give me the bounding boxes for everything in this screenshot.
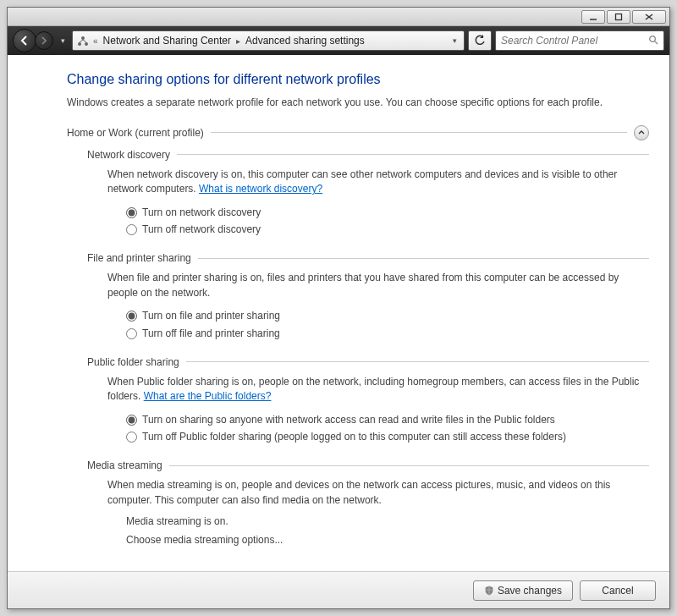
section-description: When network discovery is on, this compu… [107, 168, 617, 195]
radio-label: Turn on network discovery [142, 206, 261, 220]
footer: Save changes Cancel [8, 571, 669, 608]
window: ▾ « Network and Sharing Center ▸ Advance… [7, 7, 670, 609]
shield-icon [484, 586, 494, 596]
cancel-button[interactable]: Cancel [580, 580, 656, 601]
radio-input[interactable] [126, 311, 137, 322]
navbar: ▾ « Network and Sharing Center ▸ Advance… [8, 26, 669, 55]
svg-point-6 [85, 42, 88, 46]
section-title: Network discovery [87, 149, 170, 161]
titlebar [8, 8, 669, 26]
radio-label: Turn on file and printer sharing [142, 309, 280, 323]
section-title: Media streaming [87, 459, 162, 471]
svg-point-5 [78, 42, 81, 46]
divider [211, 132, 627, 133]
radio-input[interactable] [126, 432, 137, 443]
divider [177, 154, 649, 155]
section-title: File and printer sharing [87, 252, 191, 264]
radio-label: Turn off Public folder sharing (people l… [142, 430, 566, 444]
refresh-button[interactable] [468, 30, 492, 51]
back-button[interactable] [13, 29, 36, 52]
media-streaming-status: Media streaming is on. [126, 514, 649, 529]
minimize-button[interactable] [581, 10, 605, 24]
divider [186, 361, 649, 362]
profile-label: Home or Work (current profile) [67, 127, 204, 139]
section-media-streaming: Media streaming When media streaming is … [87, 459, 649, 547]
content-scroll[interactable]: Change sharing options for different net… [8, 55, 669, 571]
network-icon [76, 34, 90, 47]
svg-rect-1 [616, 14, 622, 19]
chevron-left-icon: « [91, 36, 100, 46]
history-dropdown-icon[interactable]: ▾ [57, 36, 69, 45]
maximize-button[interactable] [607, 10, 630, 24]
close-button[interactable] [632, 10, 666, 24]
divider [169, 465, 649, 466]
media-streaming-options-link[interactable]: Choose media streaming options... [126, 533, 649, 547]
breadcrumb-dropdown-icon[interactable]: ▾ [449, 36, 460, 45]
breadcrumb[interactable]: « Network and Sharing Center ▸ Advanced … [72, 30, 465, 51]
radio-pf-off[interactable]: Turn off Public folder sharing (people l… [126, 430, 649, 444]
radio-pf-on[interactable]: Turn on sharing so anyone with network a… [126, 413, 649, 427]
section-public-folder-sharing: Public folder sharing When Public folder… [87, 356, 649, 445]
section-description: When media streaming is on, people and d… [107, 479, 610, 505]
section-file-printer-sharing: File and printer sharing When file and p… [87, 252, 649, 341]
breadcrumb-segment[interactable]: Network and Sharing Center [102, 35, 233, 47]
svg-point-4 [81, 36, 85, 40]
forward-button[interactable] [35, 31, 53, 50]
save-changes-button[interactable]: Save changes [473, 580, 573, 601]
help-link[interactable]: What are the Public folders? [144, 390, 272, 402]
search-icon [648, 35, 658, 47]
radio-input[interactable] [126, 328, 137, 339]
chevron-right-icon: ▸ [234, 36, 242, 46]
divider [198, 258, 649, 259]
radio-nd-off[interactable]: Turn off network discovery [126, 223, 649, 237]
page-title: Change sharing options for different net… [67, 72, 649, 87]
breadcrumb-segment[interactable]: Advanced sharing settings [244, 35, 366, 47]
radio-fp-on[interactable]: Turn on file and printer sharing [126, 309, 649, 323]
search-box[interactable] [495, 30, 664, 51]
search-input[interactable] [501, 35, 645, 47]
radio-input[interactable] [126, 415, 137, 426]
help-link[interactable]: What is network discovery? [199, 183, 322, 195]
section-network-discovery: Network discovery When network discovery… [87, 149, 649, 238]
radio-fp-off[interactable]: Turn off file and printer sharing [126, 327, 649, 341]
section-title: Public folder sharing [87, 356, 179, 368]
radio-label: Turn on sharing so anyone with network a… [142, 413, 555, 427]
page-description: Windows creates a separate network profi… [67, 96, 649, 110]
content-area: Change sharing options for different net… [8, 55, 669, 571]
svg-point-7 [650, 36, 656, 41]
radio-label: Turn off file and printer sharing [142, 327, 280, 341]
radio-label: Turn off network discovery [142, 223, 261, 237]
profile-header: Home or Work (current profile) [67, 125, 649, 140]
button-label: Save changes [498, 585, 562, 597]
radio-input[interactable] [126, 224, 137, 235]
collapse-button[interactable] [634, 125, 649, 140]
radio-input[interactable] [126, 207, 137, 218]
button-label: Cancel [602, 585, 633, 597]
svg-line-8 [655, 41, 658, 44]
section-description: When file and printer sharing is on, fil… [107, 272, 619, 298]
radio-nd-on[interactable]: Turn on network discovery [126, 206, 649, 220]
